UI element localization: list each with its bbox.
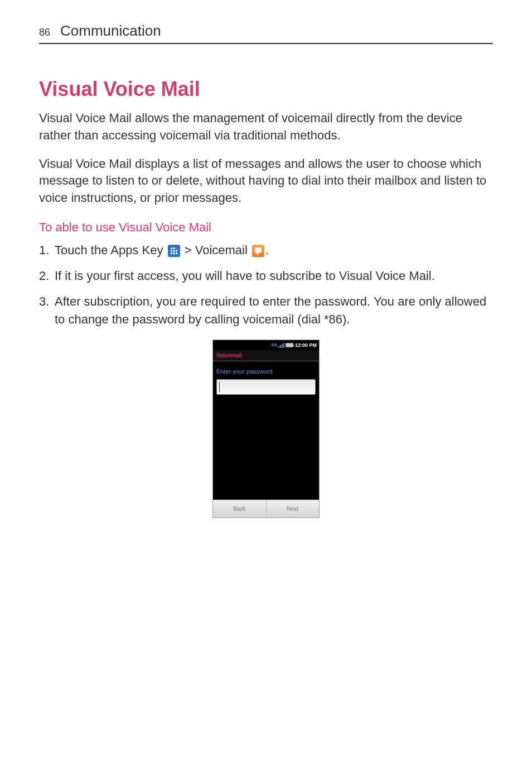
voicemail-label: Voicemail xyxy=(195,243,248,257)
svg-rect-4 xyxy=(173,250,175,252)
phone-screenshot: 3G 12:00 PM Voicemail Enter your passwor… xyxy=(212,340,320,518)
app-title-bar: Voicemail xyxy=(213,350,319,361)
status-icons: 3G xyxy=(271,342,293,348)
screenshot-container: 3G 12:00 PM Voicemail Enter your passwor… xyxy=(39,340,493,518)
status-bar: 3G 12:00 PM xyxy=(213,340,319,350)
step-text: After subscription, you are required to … xyxy=(55,293,493,328)
apps-key-icon xyxy=(168,245,180,257)
svg-rect-5 xyxy=(176,250,177,252)
svg-rect-2 xyxy=(176,248,177,249)
battery-icon xyxy=(286,343,293,347)
step-2: 2. If it is your first access, you will … xyxy=(39,267,493,285)
step-number: 3. xyxy=(39,293,55,328)
page-header: 86 Communication xyxy=(39,22,493,44)
voicemail-icon xyxy=(252,245,264,257)
svg-rect-8 xyxy=(176,253,177,254)
svg-rect-7 xyxy=(173,253,175,254)
signal-icon xyxy=(278,342,284,348)
page-number: 86 xyxy=(39,27,50,38)
step-1-mid: > xyxy=(181,243,195,257)
step-1: 1. Touch the Apps Key > Voicemail . xyxy=(39,241,493,259)
step-text: Touch the Apps Key > Voicemail . xyxy=(55,241,493,259)
svg-rect-6 xyxy=(171,253,172,254)
screen-spacer xyxy=(213,395,319,500)
password-input[interactable] xyxy=(216,379,316,395)
step-number: 2. xyxy=(39,267,55,285)
network-icon: 3G xyxy=(271,342,277,347)
apps-key-label: Apps Key xyxy=(110,243,163,257)
password-prompt: Enter your password xyxy=(213,361,319,379)
back-button[interactable]: Back xyxy=(213,500,267,517)
intro-paragraph-2: Visual Voice Mail displays a list of mes… xyxy=(39,156,493,207)
sub-heading: To able to use Visual Voice Mail xyxy=(39,220,493,235)
step-1-prefix: Touch the xyxy=(55,243,110,257)
svg-rect-0 xyxy=(171,248,172,249)
status-time: 12:00 PM xyxy=(295,342,317,348)
next-button[interactable]: Next xyxy=(267,500,320,517)
step-number: 1. xyxy=(39,241,55,259)
step-text: If it is your first access, you will hav… xyxy=(55,267,493,285)
section-title: Communication xyxy=(60,22,161,40)
main-heading: Visual Voice Mail xyxy=(39,78,493,101)
svg-rect-1 xyxy=(173,248,175,249)
button-bar: Back Next xyxy=(213,500,319,517)
text-cursor xyxy=(219,382,220,392)
svg-rect-3 xyxy=(171,250,172,252)
intro-paragraph-1: Visual Voice Mail allows the management … xyxy=(39,110,493,144)
step-3: 3. After subscription, you are required … xyxy=(39,293,493,328)
step-1-suffix: . xyxy=(265,243,269,257)
